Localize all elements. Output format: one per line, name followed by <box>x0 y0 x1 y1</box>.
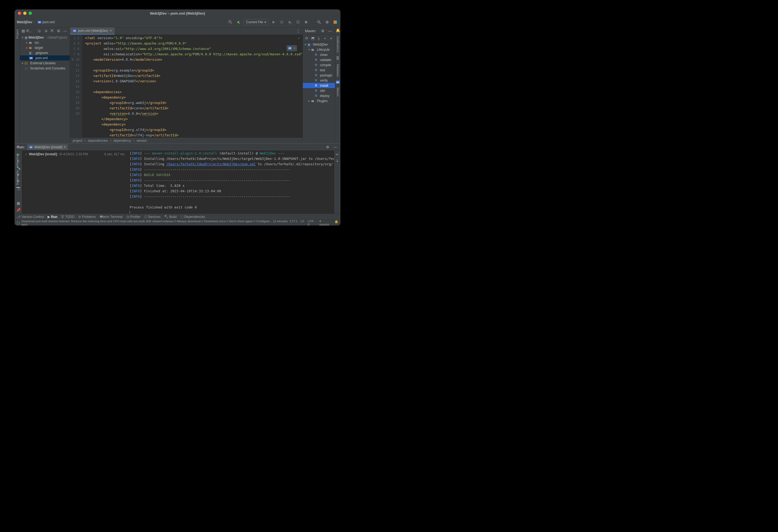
tree-src-folder[interactable]: ▸🖿 src <box>20 40 70 45</box>
scroll-to-end-icon[interactable]: ⤓ <box>336 159 339 163</box>
svg-point-0 <box>229 20 231 23</box>
maven-phase-compile[interactable]: ⚙ compile <box>303 62 335 68</box>
ide-window: Web3jDev – pom.xml (Web3jDev) Web3jDev 〉… <box>15 9 340 226</box>
code-content[interactable]: <?xml version="1.0" encoding="UTF-8"?> <… <box>82 35 303 138</box>
project-panel-label[interactable]: P... <box>26 29 31 33</box>
search-icon[interactable] <box>316 19 322 25</box>
hide-panel-icon[interactable]: — <box>62 28 68 34</box>
maven-tree[interactable]: ▾▣ Web3jDev ▾🖿 Lifecycle ⚙ clean ⚙ valid… <box>303 42 335 103</box>
structure-tool-button[interactable]: Structure <box>16 153 19 167</box>
file-encoding[interactable]: UTF-8 <box>308 219 316 226</box>
maven-lifecycle[interactable]: ▾🖿 Lifecycle <box>303 47 335 52</box>
line-ending[interactable]: LF <box>301 219 304 226</box>
tab-profiler[interactable]: ◷Profiler <box>127 215 141 219</box>
hide-panel-icon[interactable]: — <box>327 28 333 34</box>
maven-phase-verify[interactable]: ⚙ verify <box>303 78 335 83</box>
breadcrumb-file[interactable]: pom.xml <box>43 20 55 24</box>
ide-brand-icon[interactable] <box>332 19 338 25</box>
collapse-all-icon[interactable]: ⇱ <box>49 28 55 34</box>
maven-phase-package[interactable]: ⚙ package <box>303 73 335 78</box>
indent-setting[interactable]: 4 spaces <box>319 219 331 226</box>
tree-external-libraries[interactable]: ▸⫿⫿ External Libraries <box>20 61 70 66</box>
gear-icon[interactable]: ⚙ <box>325 144 331 150</box>
svg-point-5 <box>318 20 320 23</box>
more-icon[interactable]: » <box>329 35 333 41</box>
run-coverage-icon[interactable] <box>287 19 293 25</box>
project-view-icon[interactable]: ▤ <box>22 29 25 33</box>
debug-button[interactable] <box>279 19 285 25</box>
project-tool-button[interactable]: Project <box>16 28 19 40</box>
maven-phase-validate[interactable]: ⚙ validate <box>303 57 335 62</box>
expand-all-icon[interactable]: ⇲ <box>43 28 49 34</box>
run-console[interactable]: [INFO] --- maven-install-plugin:2.4:inst… <box>128 151 334 213</box>
tool-windows-icon[interactable]: ▢ <box>17 221 20 225</box>
reload-icon[interactable]: ⟳ <box>304 35 309 41</box>
notifications-tool-button[interactable]: Notifications <box>336 35 339 54</box>
svg-point-6 <box>327 21 328 23</box>
tree-target-folder[interactable]: ▸🖿 target <box>20 45 70 50</box>
run-button[interactable] <box>271 19 277 25</box>
maven-phase-install[interactable]: ⚙ install <box>303 83 335 88</box>
build-hammer-icon[interactable] <box>236 19 241 25</box>
tab-version-control[interactable]: ⎇Version Control <box>17 215 44 219</box>
soft-wrap-icon[interactable]: ↩ <box>336 152 339 156</box>
close-tab-icon[interactable]: × <box>110 29 112 33</box>
tab-todo[interactable]: ☰TODO <box>61 215 74 219</box>
database-tool-button[interactable]: Database <box>336 63 339 78</box>
tab-menu-icon[interactable]: ⋮ <box>295 28 301 34</box>
gear-icon[interactable]: ⚙ <box>320 28 326 34</box>
maven-icon[interactable]: m <box>336 81 340 84</box>
tree-scratches[interactable]: ⬭ Scratches and Consoles <box>20 66 70 71</box>
tree-pom-file[interactable]: m pom.xml <box>20 55 70 61</box>
tab-dependencies[interactable]: ⬚Dependencies <box>180 215 205 219</box>
maven-project-root[interactable]: ▾▣ Web3jDev <box>303 42 335 47</box>
tab-services[interactable]: ⬡Services <box>144 215 160 219</box>
maven-reload-popup[interactable]: m× <box>286 45 297 51</box>
tree-project-root[interactable]: ▾▣ Web3jDev ~/IdeaProjects <box>20 35 70 40</box>
project-tree[interactable]: ▾▣ Web3jDev ~/IdeaProjects ▸🖿 src ▸🖿 tar… <box>20 35 70 71</box>
run-tree[interactable]: ✓ Web3jDev [install]: At 4/19/23, 2:33 P… <box>22 151 128 213</box>
run-configuration-selector[interactable]: Current File ▾ <box>244 19 268 25</box>
maven-phase-site[interactable]: ⚙ site <box>303 88 335 93</box>
notifications-icon[interactable]: 🔔 <box>336 28 340 32</box>
caret-position[interactable]: 177:1 <box>290 219 298 226</box>
add-maven-project-icon[interactable]: ＋ <box>323 35 327 41</box>
maven-tool-button[interactable]: Maven <box>336 86 339 97</box>
inspection-ok-icon[interactable]: ✓ <box>298 36 301 40</box>
database-icon[interactable]: 🗄 <box>336 56 339 60</box>
settings-icon[interactable] <box>324 19 330 25</box>
import-tests-icon[interactable]: 📷 <box>16 186 20 190</box>
generate-sources-icon[interactable]: ⬒ <box>311 35 315 41</box>
add-config-icon[interactable] <box>227 19 233 25</box>
tree-gitignore-file[interactable]: ◧ .gitignore <box>20 50 70 55</box>
editor-tab-pom[interactable]: m pom.xml (Web3jDev) × <box>70 27 114 34</box>
read-only-lock-icon[interactable]: 🔒 <box>334 219 338 226</box>
tab-build[interactable]: 🔨Build <box>164 215 177 219</box>
stop-button[interactable] <box>303 19 309 25</box>
maven-plugins[interactable]: ▸🖿 Plugins <box>303 98 335 103</box>
hide-panel-icon[interactable]: — <box>332 144 338 150</box>
maven-phase-deploy[interactable]: ⚙ deploy <box>303 93 335 98</box>
editor-area: m pom.xml (Web3jDev) × ⋮ 1 2 3 4 5 6 7 8… <box>70 27 303 144</box>
status-message[interactable]: Download pre-built shared indexes: Reduc… <box>21 219 290 226</box>
breadcrumb[interactable]: Web3jDev 〉 m pom.xml <box>17 20 55 24</box>
run-tab[interactable]: m Web3jDev [install] × <box>27 144 68 150</box>
code-editor[interactable]: 1 2 3 4 5 6 7 8 9 10 11 12 13 14 15 16 1… <box>70 35 303 138</box>
bookmarks-tool-button[interactable]: Bookmarks <box>16 169 19 186</box>
editor-breadcrumbs[interactable]: project› dependencies› dependency› versi… <box>70 138 303 144</box>
select-opened-file-icon[interactable]: ⊙ <box>36 28 42 34</box>
gear-icon[interactable]: ⚙ <box>56 28 62 34</box>
download-sources-icon[interactable]: ⭳ <box>317 35 321 41</box>
tab-problems[interactable]: ⊘Problems <box>78 215 96 219</box>
pin-icon[interactable]: 📌 <box>16 208 20 212</box>
maven-phase-test[interactable]: ⚙ test <box>303 68 335 73</box>
profile-icon[interactable] <box>295 19 301 25</box>
tab-terminal[interactable]: �termTerminal <box>100 215 123 219</box>
maven-phase-clean[interactable]: ⚙ clean <box>303 52 335 57</box>
breadcrumb-project[interactable]: Web3jDev <box>17 20 32 24</box>
tab-run[interactable]: ▶Run <box>48 215 57 219</box>
run-label: Run: <box>17 145 25 149</box>
project-panel: ▤ P... ⊙ ⇲ ⇱ ⚙ — ▾▣ Web3jDev ~/IdeaProje… <box>20 27 70 144</box>
close-tab-icon[interactable]: × <box>64 145 66 149</box>
layout-icon[interactable]: ▦ <box>17 201 20 205</box>
